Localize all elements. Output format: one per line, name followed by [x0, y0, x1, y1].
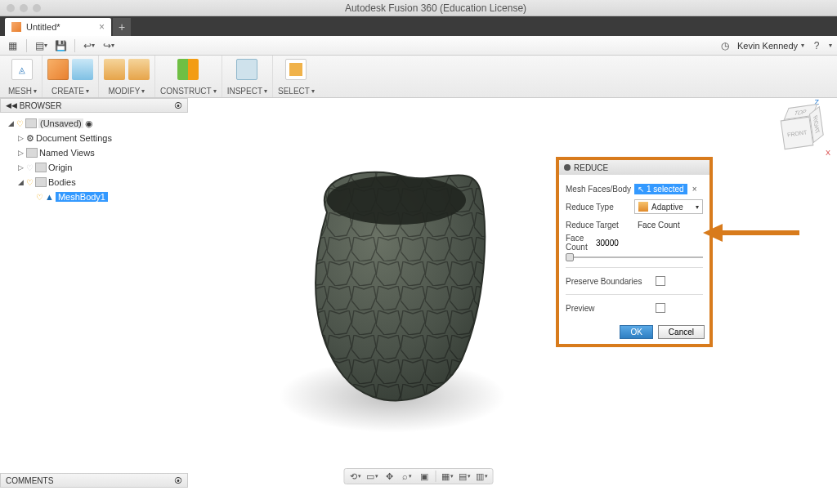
svg-marker-5	[703, 224, 723, 242]
tree-doc-settings[interactable]: ▷⚙ Document Settings	[3, 131, 185, 145]
folder-icon	[35, 163, 47, 172]
dialog-titlebar[interactable]: REDUCE	[559, 160, 709, 175]
tree-named-views[interactable]: ▷ Named Views	[3, 145, 185, 160]
modify-group[interactable]: MODIFY▾	[99, 56, 155, 97]
row-mesh-faces: Mesh Faces/Body ↖1 selected ×	[566, 180, 703, 198]
svg-point-3	[327, 176, 466, 225]
tree-meshbody[interactable]: ♡ ▲ MeshBody1	[3, 190, 185, 204]
tree-bodies[interactable]: ◢♡ Bodies	[3, 175, 185, 190]
browser-header[interactable]: ◀◀ BROWSER ⦿	[0, 98, 188, 113]
root-label: (Unsaved)	[38, 118, 83, 128]
select-group[interactable]: SELECT▾	[273, 56, 320, 97]
reduce-target-dropdown[interactable]: Face Count	[634, 217, 703, 232]
preview-checkbox[interactable]	[656, 303, 665, 313]
mesh-model[interactable]	[302, 163, 490, 408]
modify-1-icon[interactable]	[104, 59, 125, 80]
document-tab[interactable]: Untitled* ×	[5, 18, 111, 36]
insert-mesh-icon[interactable]	[72, 59, 93, 80]
tree-origin[interactable]: ▷♡ Origin	[3, 160, 185, 175]
modify-2-icon[interactable]	[128, 59, 150, 80]
origin-label: Origin	[48, 163, 72, 172]
reduce-target-value: Face Count	[638, 221, 680, 230]
help-icon[interactable]: ?	[809, 38, 824, 53]
reduce-target-label: Reduce Target	[566, 221, 634, 230]
slider-thumb[interactable]	[566, 253, 574, 261]
face-count-slider[interactable]	[566, 252, 703, 263]
inspect-group[interactable]: INSPECT▾	[222, 56, 273, 97]
viewcube[interactable]: Z TOP FRONT RIGHT X	[777, 101, 829, 154]
modify-label: MODIFY	[108, 87, 140, 96]
zoom-icon[interactable]: ⌕▾	[400, 470, 414, 483]
mac-titlebar: Autodesk Fusion 360 (Education License)	[0, 0, 837, 16]
redo-icon[interactable]: ↪▾	[101, 38, 116, 53]
comments-panel-header[interactable]: COMMENTS ⦿	[0, 473, 188, 488]
browser-tree: ◢♡ (Unsaved) ◉ ▷⚙ Document Settings ▷ Na…	[0, 113, 188, 207]
create-group[interactable]: CREATE▾	[43, 56, 99, 97]
dialog-title: REDUCE	[574, 163, 608, 172]
reduce-type-value: Adaptive	[651, 203, 683, 212]
document-tab-strip: Untitled* × +	[0, 16, 837, 36]
workspace-label: MESH	[8, 87, 32, 96]
lightbulb-icon[interactable]: ♡	[26, 163, 34, 172]
mesh-body-icon: ▲	[45, 192, 54, 202]
navigation-toolbar: ⟲▾ ▭▾ ✥ ⌕▾ ▣ ▦▾ ▤▾ ▥▾	[344, 468, 494, 484]
orbit-icon[interactable]: ⟲▾	[348, 470, 363, 483]
selection-count: 1 selected	[647, 185, 684, 194]
clear-selection-icon[interactable]: ×	[689, 185, 700, 194]
cursor-icon: ↖	[638, 185, 644, 194]
minimize-window-icon[interactable]	[20, 4, 28, 12]
user-menu[interactable]: Kevin Kennedy▾	[737, 41, 804, 51]
fit-icon[interactable]: ▣	[417, 470, 432, 483]
app-title: Autodesk Fusion 360 (Education License)	[41, 2, 830, 14]
grid-icon[interactable]: ▤▾	[458, 470, 472, 483]
file-menu-icon[interactable]: ▤▾	[34, 38, 48, 53]
mesh-workspace-icon: ◬	[11, 59, 33, 80]
create-label: CREATE	[51, 87, 84, 96]
look-at-icon[interactable]: ▭▾	[365, 470, 380, 483]
face-count-input[interactable]	[593, 235, 703, 250]
data-panel-toggle-icon[interactable]: ▦	[5, 38, 20, 53]
folder-icon	[35, 177, 47, 187]
pin-icon[interactable]: ⦿	[174, 101, 182, 110]
dialog-grip-icon	[564, 164, 571, 171]
annotation-arrow	[703, 221, 801, 245]
select-icon[interactable]	[285, 59, 307, 80]
lightbulb-icon[interactable]: ♡	[16, 119, 24, 128]
ok-button[interactable]: OK	[620, 325, 652, 339]
display-style-icon[interactable]: ▦▾	[441, 470, 455, 483]
axis-x-label: X	[826, 149, 830, 157]
browser-title: BROWSER	[20, 101, 62, 110]
viewport-layout-icon[interactable]: ▥▾	[475, 470, 490, 483]
undo-icon[interactable]: ↩▾	[82, 38, 96, 53]
preserve-checkbox[interactable]	[656, 276, 665, 286]
construct-plane-icon[interactable]	[177, 59, 199, 80]
job-status-icon[interactable]: ◷	[718, 38, 732, 53]
close-window-icon[interactable]	[7, 4, 15, 12]
construct-group[interactable]: CONSTRUCT▾	[155, 56, 222, 97]
folder-icon	[26, 148, 38, 158]
lightbulb-icon[interactable]: ♡	[36, 193, 43, 202]
new-tab-button[interactable]: +	[113, 18, 131, 36]
save-icon[interactable]: 💾	[53, 38, 68, 53]
create-primitive-icon[interactable]	[47, 59, 69, 80]
tree-root[interactable]: ◢♡ (Unsaved) ◉	[3, 116, 185, 131]
reduce-type-dropdown[interactable]: Adaptive ▾	[634, 199, 703, 214]
window-controls[interactable]	[7, 4, 41, 12]
pin-icon[interactable]: ⦿	[174, 476, 182, 485]
lightbulb-icon[interactable]: ♡	[26, 178, 34, 187]
comments-label: COMMENTS	[6, 476, 53, 485]
preserve-label: Preserve Boundaries	[566, 277, 656, 286]
bodies-label: Bodies	[48, 177, 76, 187]
close-tab-icon[interactable]: ×	[99, 21, 105, 33]
selection-chip[interactable]: ↖1 selected	[634, 184, 687, 194]
inspect-icon[interactable]	[236, 59, 257, 80]
activate-radio-icon[interactable]: ◉	[85, 118, 93, 129]
workspace-switcher[interactable]: ◬ MESH▾	[3, 56, 43, 97]
fusion-logo-icon	[11, 22, 21, 32]
model-viewport[interactable]: ◀◀ BROWSER ⦿ ◢♡ (Unsaved) ◉ ▷⚙ Document …	[0, 98, 837, 488]
chevron-down-icon: ▾	[696, 203, 699, 211]
pan-icon[interactable]: ✥	[383, 470, 397, 483]
cancel-button[interactable]: Cancel	[658, 325, 705, 339]
zoom-window-icon[interactable]	[33, 4, 41, 12]
viewcube-front[interactable]: FRONT	[781, 117, 814, 150]
